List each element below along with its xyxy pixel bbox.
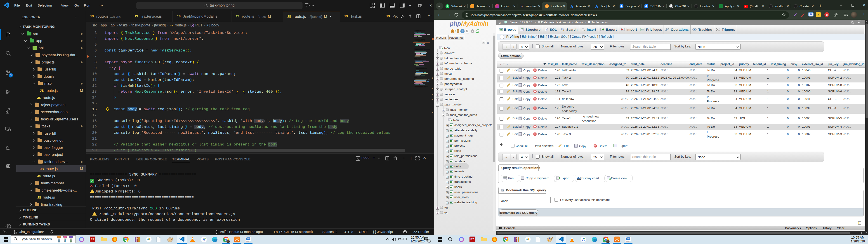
svg-text:?: ?	[462, 30, 463, 33]
